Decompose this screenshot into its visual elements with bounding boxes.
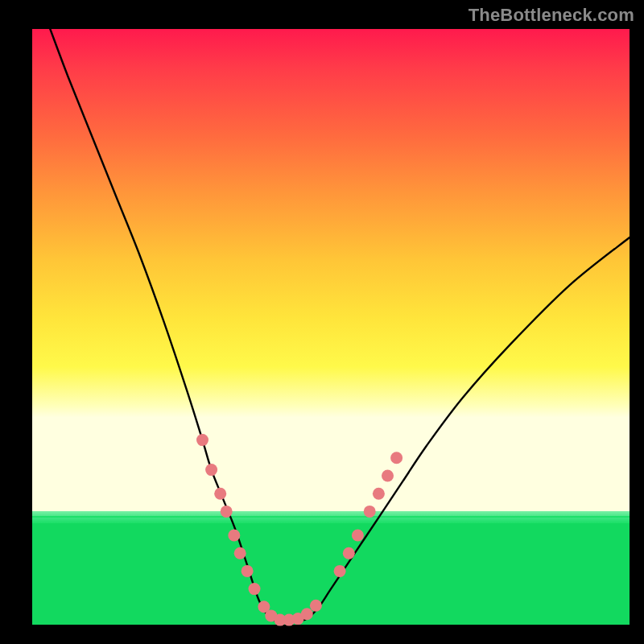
curve-marker	[352, 530, 364, 542]
watermark-text: TheBottleneck.com	[469, 5, 634, 26]
curve-marker	[301, 608, 313, 620]
curve-marker	[310, 600, 322, 612]
curve-marker	[196, 434, 208, 446]
curve-markers	[196, 434, 402, 626]
chart-frame: TheBottleneck.com	[0, 0, 644, 644]
curve-marker	[205, 464, 217, 476]
curve-marker	[390, 452, 402, 464]
curve-layer	[32, 29, 630, 625]
curve-marker	[382, 470, 394, 482]
curve-marker	[334, 565, 346, 577]
curve-marker	[242, 565, 254, 577]
curve-marker	[214, 488, 226, 500]
curve-marker	[364, 506, 376, 518]
curve-marker	[249, 583, 261, 595]
curve-marker	[228, 530, 240, 542]
curve-marker	[373, 488, 385, 500]
bottleneck-curve	[50, 29, 630, 622]
plot-area	[32, 29, 630, 625]
curve-marker	[343, 547, 355, 559]
curve-marker	[234, 547, 246, 559]
curve-marker	[221, 506, 233, 518]
